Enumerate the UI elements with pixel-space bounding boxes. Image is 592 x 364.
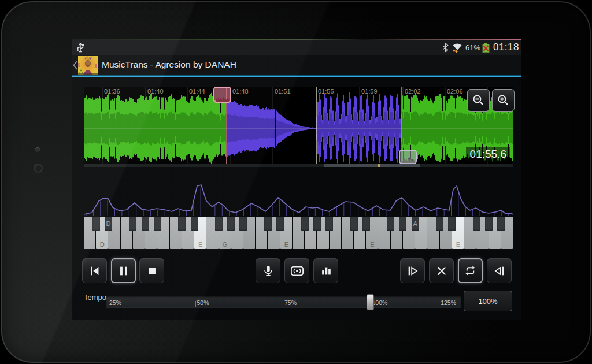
loop-start-mini-wave <box>216 95 230 102</box>
zoom-in-button[interactable] <box>492 89 515 112</box>
white-key-note-label: G <box>223 241 228 248</box>
piano-black-key[interactable] <box>350 217 358 231</box>
piano-black-key[interactable] <box>227 217 235 231</box>
piano-black-key[interactable] <box>191 217 198 231</box>
battery-icon <box>482 42 490 53</box>
piano-black-key[interactable] <box>473 217 480 231</box>
zoom-out-button[interactable] <box>467 89 490 112</box>
battery-percent: 61% <box>465 43 480 52</box>
app-title: MusicTrans - Agresion by DANAH <box>102 60 236 70</box>
clock: 01:18 <box>493 42 519 53</box>
karaoke-vocal-cut-button[interactable] <box>284 258 309 283</box>
bluetooth-icon <box>442 42 449 53</box>
status-bar: 61% 01:18 <box>72 40 521 55</box>
karaoke-icon <box>290 265 304 277</box>
tempo-tick-label: 100% <box>372 299 388 306</box>
piano-black-key[interactable] <box>129 217 136 231</box>
stop-icon <box>146 265 158 277</box>
pause-button[interactable] <box>111 258 136 283</box>
current-time-display: 01:55.6 <box>466 147 510 162</box>
equalizer-button[interactable] <box>313 258 338 283</box>
pause-icon <box>117 265 130 277</box>
piano-keyboard[interactable]: DEGEEEDA <box>84 217 513 250</box>
tempo-tick-label: 75% <box>284 299 297 306</box>
front-camera-dot-small <box>35 147 40 152</box>
tempo-reset-button[interactable]: 100% <box>464 291 512 311</box>
loop-clear-button[interactable] <box>429 258 454 283</box>
waveform-svg <box>84 87 513 167</box>
waveform-scrollbar[interactable] <box>84 164 513 167</box>
piano-black-key[interactable] <box>325 217 333 231</box>
time-label: 01:36 <box>104 88 120 95</box>
tempo-tick-label: 50% <box>197 299 209 306</box>
black-key-note-label: D <box>106 220 111 227</box>
waveform-panel[interactable]: 01:3601:4001:4401:4801:5101:5501:5902:02… <box>84 87 513 167</box>
piano-black-key[interactable] <box>264 217 272 231</box>
white-key-note-label: E <box>370 241 374 248</box>
piano-black-key[interactable] <box>399 217 406 231</box>
time-label: 01:59 <box>361 88 378 95</box>
time-label: 01:51 <box>275 88 291 95</box>
zoom-in-icon <box>497 94 510 107</box>
time-label: 01:48 <box>232 88 249 95</box>
piano-black-key[interactable] <box>448 217 456 231</box>
piano-black-key[interactable] <box>142 217 149 231</box>
loop-set-start-button[interactable] <box>400 258 425 283</box>
piano-black-key[interactable] <box>497 217 505 231</box>
screen: 61% 01:18 <box>72 39 521 320</box>
time-label: 01:55 <box>318 88 334 95</box>
zoom-out-icon <box>472 94 485 107</box>
equalizer-bars-icon <box>320 265 332 277</box>
front-camera-lens <box>34 164 43 173</box>
tempo-tick-label: 125% <box>440 299 456 306</box>
scrollbar-playhead-tick <box>378 164 380 167</box>
loop-set-start-icon <box>406 265 419 277</box>
piano-black-key[interactable] <box>362 217 370 231</box>
skip-to-start-button[interactable] <box>82 258 107 283</box>
piano-black-key[interactable] <box>215 217 223 231</box>
piano-black-key[interactable] <box>313 217 321 231</box>
repeat-loop-icon <box>464 264 477 277</box>
tempo-tick <box>458 301 458 307</box>
album-art <box>78 56 98 75</box>
tempo-tick-label: 25% <box>109 299 121 306</box>
tempo-tick <box>195 301 196 307</box>
loop-end-handle[interactable] <box>399 150 417 164</box>
loop-repeat-button[interactable] <box>458 258 483 283</box>
tempo-slider-track[interactable]: 25%50%75%100%125% <box>106 296 461 308</box>
time-label: 01:40 <box>147 88 164 95</box>
piano-black-key[interactable] <box>387 217 394 231</box>
tempo-tick <box>108 301 108 307</box>
time-label: 02:02 <box>405 88 421 95</box>
loop-set-end-button[interactable] <box>487 258 512 283</box>
title-bar: MusicTrans - Agresion by DANAH <box>72 55 521 75</box>
microphone-icon <box>262 265 275 277</box>
loop-set-end-icon <box>493 265 506 277</box>
usb-icon <box>76 42 85 53</box>
piano-black-key[interactable] <box>276 217 284 231</box>
wifi-icon <box>451 42 464 53</box>
time-label: 01:44 <box>189 88 205 95</box>
piano-black-key[interactable] <box>485 217 493 231</box>
piano-black-key[interactable] <box>178 217 186 231</box>
tempo-tick <box>283 301 283 307</box>
loop-start-handle[interactable] <box>213 87 231 103</box>
titlebar-accent-underline <box>72 75 521 77</box>
piano-black-key[interactable] <box>154 217 161 231</box>
white-key-note-label: E <box>456 241 460 248</box>
microphone-button[interactable] <box>256 258 280 283</box>
back-chevron-icon[interactable] <box>72 60 78 70</box>
scrollbar-thumb[interactable] <box>324 164 420 167</box>
stop-button[interactable] <box>139 258 164 283</box>
piano-black-key[interactable] <box>301 217 309 231</box>
note-spectrum-graph <box>84 172 513 217</box>
piano-black-key[interactable] <box>436 217 443 231</box>
tempo-slider-thumb[interactable] <box>367 294 374 310</box>
clear-x-icon <box>435 265 448 277</box>
black-key-note-label: A <box>413 220 417 227</box>
piano-black-key[interactable] <box>239 217 247 231</box>
piano-black-key[interactable] <box>92 217 100 231</box>
white-key-note-label: D <box>100 241 105 248</box>
tempo-label: Tempo <box>84 293 106 302</box>
skip-to-start-icon <box>88 265 101 277</box>
